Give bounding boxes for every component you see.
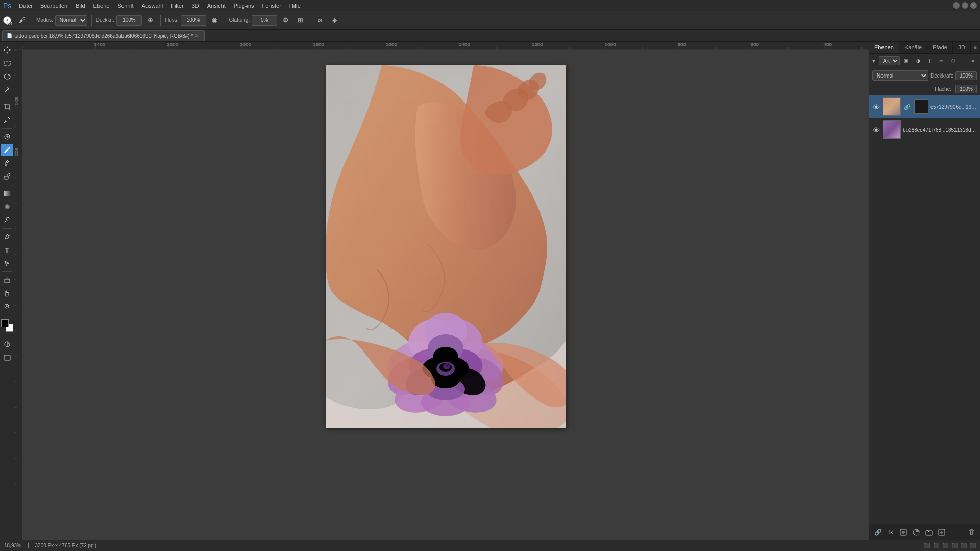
- magic-wand-tool[interactable]: [1, 84, 13, 96]
- pressure-icon[interactable]: ◈: [329, 15, 340, 26]
- layer-mask-1: [914, 99, 928, 114]
- menu-plugins[interactable]: Plug-ins: [230, 2, 258, 10]
- hand-tool[interactable]: [1, 287, 13, 299]
- brush-tool-icon[interactable]: ● 104: [3, 16, 11, 24]
- brush-type-icon[interactable]: 🖌: [16, 15, 28, 26]
- fill-label: Fläche:: [935, 86, 951, 92]
- menu-ebene[interactable]: Ebene: [90, 2, 113, 10]
- color-swatches[interactable]: [1, 319, 13, 332]
- screen-mode-tool[interactable]: [1, 352, 13, 364]
- dodge-tool[interactable]: [1, 214, 13, 226]
- filter-shape-icon[interactable]: ▭: [937, 56, 947, 66]
- svg-point-118: [875, 129, 878, 131]
- opacity-label: Deckkraft:: [930, 73, 953, 79]
- tab-ebenen[interactable]: Ebenen: [869, 42, 899, 53]
- move-tool[interactable]: [1, 44, 13, 56]
- menu-hilfe[interactable]: Hilfe: [286, 2, 304, 10]
- filter-pixel-icon[interactable]: ▣: [901, 56, 912, 66]
- opacity-value[interactable]: [955, 71, 977, 80]
- fill-value[interactable]: [955, 85, 977, 93]
- tab-bar: 📄 tattoo.psdc bei 18,9% (c571297906dcfd2…: [0, 30, 980, 42]
- flow-icon[interactable]: ◉: [209, 15, 220, 26]
- quick-mask-tool[interactable]: [1, 338, 13, 350]
- canvas-document[interactable]: [326, 65, 566, 428]
- filter-type-select[interactable]: Art: [879, 56, 900, 65]
- svg-text:1600: 1600: [386, 43, 397, 47]
- symmetry-icon[interactable]: ⊞: [295, 15, 306, 26]
- menu-schrift[interactable]: Schrift: [114, 2, 137, 10]
- menu-fenster[interactable]: Fenster: [259, 2, 285, 10]
- spot-heal-tool[interactable]: [1, 131, 13, 143]
- menu-ansicht[interactable]: Ansicht: [204, 2, 229, 10]
- minimize-button[interactable]: —: [953, 2, 960, 9]
- airbrush-icon[interactable]: ⊕: [145, 15, 156, 26]
- layer-visibility-1[interactable]: [872, 103, 880, 111]
- panel-collapse-button[interactable]: ≡: [971, 43, 980, 53]
- add-mask-button[interactable]: [898, 527, 909, 538]
- shape-tool[interactable]: [1, 274, 13, 286]
- settings-icon[interactable]: ⚙: [280, 15, 291, 26]
- svg-line-21: [5, 220, 6, 223]
- brush-tool[interactable]: [1, 144, 13, 156]
- path-select-tool[interactable]: [1, 257, 13, 269]
- menu-auswahl[interactable]: Auswahl: [138, 2, 167, 10]
- layers-list: 🔗 c571297906d...1691f Kopie: [869, 95, 980, 524]
- status-icon-4: ⬛: [951, 543, 958, 548]
- menu-3d[interactable]: 3D: [188, 2, 203, 10]
- maximize-button[interactable]: □: [962, 2, 968, 9]
- layer-name-1: c571297906d...1691f Kopie: [930, 104, 977, 110]
- svg-line-22: [7, 234, 9, 236]
- menu-filter[interactable]: Filter: [167, 2, 187, 10]
- crop-tool[interactable]: [1, 101, 13, 113]
- mode-select[interactable]: Normal: [55, 15, 87, 26]
- document-tab[interactable]: 📄 tattoo.psdc bei 18,9% (c571297906dcfd2…: [2, 30, 205, 41]
- new-group-button[interactable]: [923, 527, 935, 538]
- layer-item-1[interactable]: 🔗 c571297906d...1691f Kopie: [869, 95, 980, 118]
- close-button[interactable]: ✕: [970, 2, 977, 9]
- svg-point-14: [4, 152, 6, 153]
- foreground-color[interactable]: [1, 319, 9, 327]
- eyedropper-tool[interactable]: [1, 114, 13, 126]
- status-zoom: 18,93%: [4, 543, 21, 548]
- separator4: [225, 15, 225, 26]
- flow-group: Fluss:: [165, 15, 206, 26]
- clone-stamp-tool[interactable]: [1, 157, 13, 169]
- status-icon-2: ⬛: [933, 543, 939, 548]
- tab-close-button[interactable]: ✕: [195, 33, 199, 38]
- menu-datei[interactable]: Datei: [15, 2, 36, 10]
- window-controls: — □ ✕: [953, 2, 977, 9]
- tab-pfade[interactable]: Pfade: [927, 42, 953, 53]
- filter-text-icon[interactable]: T: [925, 56, 935, 66]
- filter-toggle[interactable]: ●: [968, 56, 978, 66]
- layer-item-2[interactable]: bb288ee471f768...18511318da3aad: [869, 118, 980, 141]
- layer-visibility-2[interactable]: [872, 126, 880, 134]
- gradient-tool[interactable]: [1, 187, 13, 199]
- status-icon-3: ⬛: [942, 543, 948, 548]
- app-icon[interactable]: Ps: [3, 2, 11, 10]
- menu-bearbeiten[interactable]: Bearbeiten: [37, 2, 71, 10]
- zoom-tool[interactable]: [1, 300, 13, 313]
- delete-layer-button[interactable]: [966, 527, 977, 538]
- selection-tool[interactable]: [1, 57, 13, 69]
- right-panel: Ebenen Kanäle Pfade 3D ≡ ▼ Art ▣ ◑ T ▭ ⬡…: [869, 42, 980, 540]
- pen-tool[interactable]: [1, 231, 13, 243]
- filter-smart-icon[interactable]: ⬡: [948, 56, 959, 66]
- blur-tool[interactable]: [1, 201, 13, 213]
- tab-kanale[interactable]: Kanäle: [899, 42, 927, 53]
- add-style-button[interactable]: fx: [885, 527, 896, 538]
- flow-input[interactable]: [181, 15, 206, 26]
- opacity-input[interactable]: [116, 15, 142, 26]
- tab-3d[interactable]: 3D: [953, 42, 971, 53]
- eraser-tool[interactable]: [1, 170, 13, 183]
- angle-icon[interactable]: ⌀: [314, 15, 326, 26]
- blend-mode-select[interactable]: Normal: [872, 70, 928, 81]
- link-layers-button[interactable]: 🔗: [872, 527, 884, 538]
- smoothing-input[interactable]: [252, 15, 277, 26]
- canvas-work-area[interactable]: [22, 50, 869, 540]
- new-layer-button[interactable]: [936, 527, 947, 538]
- filter-adjust-icon[interactable]: ◑: [913, 56, 923, 66]
- text-tool[interactable]: T: [1, 244, 13, 256]
- add-adjustment-button[interactable]: [911, 527, 922, 538]
- lasso-tool[interactable]: [1, 70, 13, 83]
- menu-bild[interactable]: Bild: [72, 2, 88, 10]
